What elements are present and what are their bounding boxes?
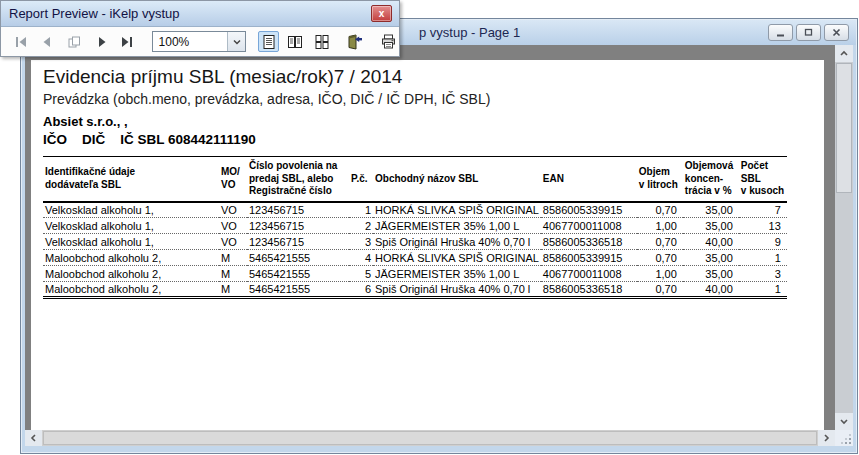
table-header-cell: Identifikačné údaje dodávateľa SBL <box>43 157 219 202</box>
table-cell: 123456715 <box>247 234 349 250</box>
table-cell: 5465421555 <box>247 282 349 298</box>
table-cell: Spiš Originál Hruška 40% 0,70 l <box>373 234 541 250</box>
next-page-button[interactable] <box>93 31 114 52</box>
horizontal-scrollbar[interactable] <box>25 430 835 446</box>
table-cell: 3 <box>349 234 373 250</box>
chevron-down-icon <box>838 416 850 427</box>
table-row: Velkosklad alkoholu 1,VO1234567152JÄGERM… <box>43 218 787 234</box>
preview-toolbar: 100% <box>1 27 399 56</box>
horizontal-scroll-thumb[interactable] <box>43 431 817 445</box>
printer-icon <box>380 34 397 50</box>
table-cell: 35,00 <box>683 218 739 234</box>
table-cell: VO <box>219 234 247 250</box>
four-page-view-icon <box>314 34 330 50</box>
table-cell: VO <box>219 218 247 234</box>
preview-window-title: Report Preview - iKelp vystup <box>9 6 180 21</box>
scroll-down-button[interactable] <box>835 413 853 430</box>
table-cell: 8586005336518 <box>541 282 637 298</box>
previous-page-icon <box>39 35 53 49</box>
table-cell: Spiš Originál Hruška 40% 0,70 l <box>373 282 541 298</box>
last-page-icon <box>120 35 134 49</box>
table-cell: 40,00 <box>683 282 739 298</box>
table-cell: 4067700011008 <box>541 218 637 234</box>
table-cell: VO <box>219 202 247 218</box>
table-row: Velkosklad alkoholu 1,VO1234567151HORKÁ … <box>43 202 787 218</box>
exit-preview-button[interactable] <box>344 31 365 52</box>
table-cell: 0,70 <box>637 234 683 250</box>
table-cell: 35,00 <box>683 266 739 282</box>
zoom-combobox[interactable]: 100% <box>152 31 247 52</box>
table-cell: 1,00 <box>637 266 683 282</box>
print-button[interactable] <box>379 31 400 52</box>
table-cell: M <box>219 266 247 282</box>
table-cell: 1,00 <box>637 218 683 234</box>
table-cell: 2 <box>349 218 373 234</box>
vertical-scrollbar[interactable] <box>835 45 853 430</box>
copy-pages-button[interactable] <box>64 31 85 52</box>
vertical-scroll-thumb[interactable] <box>836 63 852 193</box>
table-header-cell: Číslo povolenia na predaj SBL, alebo Reg… <box>247 157 349 202</box>
first-page-button[interactable] <box>11 31 32 52</box>
scroll-up-button[interactable] <box>835 45 853 62</box>
previous-page-button[interactable] <box>36 31 57 52</box>
table-cell: 5 <box>349 266 373 282</box>
table-cell: Maloobchod alkoholu 2, <box>43 266 219 282</box>
preview-close-button[interactable]: x <box>371 5 392 22</box>
report-page: Evidencia príjmu SBL (mesiac/rok)7 / 201… <box>31 60 824 430</box>
table-row: Maloobchod alkoholu 2,M54654215556Spiš O… <box>43 282 787 298</box>
table-cell: 35,00 <box>683 250 739 266</box>
chevron-up-icon <box>838 48 850 59</box>
single-page-view-icon <box>261 34 277 50</box>
table-header-cell: EAN <box>541 157 637 202</box>
table-cell: 35,00 <box>683 202 739 218</box>
table-cell: HORKÁ SLIVKA SPIŠ ORIGINAL <box>373 250 541 266</box>
table-cell: 1 <box>739 250 787 266</box>
table-cell: 1 <box>739 282 787 298</box>
last-page-button[interactable] <box>117 31 138 52</box>
single-page-view-button[interactable] <box>258 31 279 52</box>
preview-window-titlebar[interactable]: Report Preview - iKelp vystup x <box>1 1 399 27</box>
resize-grip[interactable] <box>835 430 853 446</box>
table-body: Velkosklad alkoholu 1,VO1234567151HORKÁ … <box>43 202 787 298</box>
table-cell: 123456715 <box>247 202 349 218</box>
chevron-right-icon <box>821 432 832 444</box>
table-header-row: Identifikačné údaje dodávateľa SBLMO/ VO… <box>43 157 787 202</box>
table-cell: JÄGERMEISTER 35% 1,00 L <box>373 266 541 282</box>
table-header-cell: MO/ VO <box>219 157 247 202</box>
two-page-view-icon <box>287 34 303 50</box>
table-cell: 0,70 <box>637 202 683 218</box>
table-cell: 3 <box>739 266 787 282</box>
restore-icon <box>802 26 815 39</box>
first-page-icon <box>14 35 28 49</box>
preview-area: Evidencia príjmu SBL (mesiac/rok)7 / 201… <box>25 45 853 446</box>
copy-pages-icon <box>67 35 82 49</box>
minimize-button[interactable] <box>768 24 793 41</box>
table-cell: 0,70 <box>637 282 683 298</box>
zoom-dropdown-button[interactable] <box>227 32 245 51</box>
table-header-cell: Obchodný názov SBL <box>373 157 541 202</box>
table-cell: Velkosklad alkoholu 1, <box>43 202 219 218</box>
two-page-view-button[interactable] <box>285 31 306 52</box>
restore-button[interactable] <box>796 24 821 41</box>
table-cell: 5465421555 <box>247 250 349 266</box>
report-viewer-window: p vystup - Page 1 Evidencia príjmu SBL (… <box>20 18 858 454</box>
resize-grip-icon <box>840 433 853 446</box>
main-window-title: p vystup - Page 1 <box>419 25 520 40</box>
table-cell: HORKÁ SLIVKA SPIŠ ORIGINAL <box>373 202 541 218</box>
table-cell: 7 <box>739 202 787 218</box>
four-page-view-button[interactable] <box>311 31 332 52</box>
table-row: Maloobchod alkoholu 2,M54654215555JÄGERM… <box>43 266 787 282</box>
table-row: Velkosklad alkoholu 1,VO1234567153Spiš O… <box>43 234 787 250</box>
report-title: Evidencia príjmu SBL (mesiac/rok)7 / 201… <box>43 66 824 88</box>
scroll-right-button[interactable] <box>818 430 835 446</box>
scroll-left-button[interactable] <box>25 430 42 446</box>
table-cell: Maloobchod alkoholu 2, <box>43 282 219 298</box>
table-header-cell: Počet SBL v kusoch <box>739 157 787 202</box>
table-cell: 6 <box>349 282 373 298</box>
report-preview-window: Report Preview - iKelp vystup x <box>0 0 400 57</box>
table-cell: 4067700011008 <box>541 266 637 282</box>
table-cell: 1 <box>349 202 373 218</box>
table-cell: 8586005339915 <box>541 250 637 266</box>
table-cell: 8586005339915 <box>541 202 637 218</box>
close-button[interactable] <box>824 24 849 41</box>
